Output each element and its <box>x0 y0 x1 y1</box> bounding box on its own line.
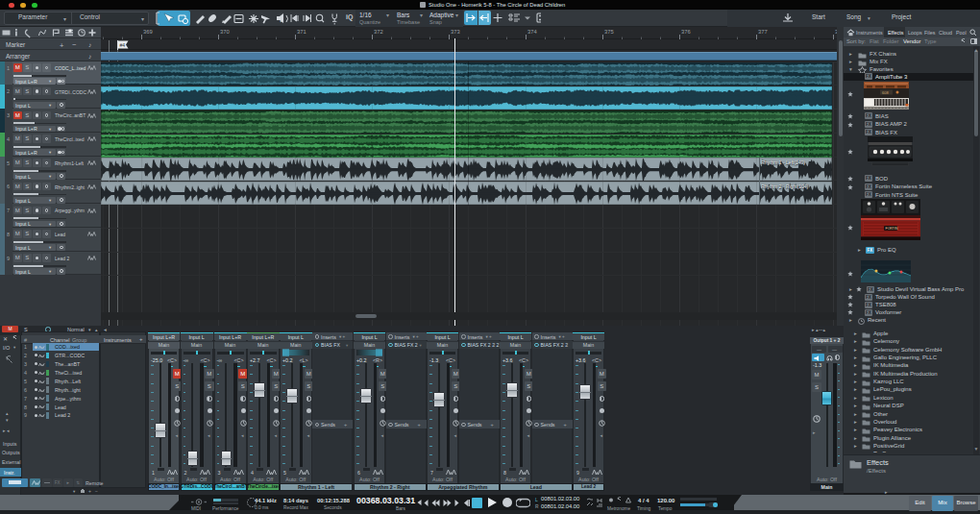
svg-text:608: 608 <box>882 90 889 95</box>
svg-text:FORTIN: FORTIN <box>886 227 898 231</box>
svg-text:#4: #4 <box>120 42 126 48</box>
svg-text:?: ? <box>279 14 283 24</box>
